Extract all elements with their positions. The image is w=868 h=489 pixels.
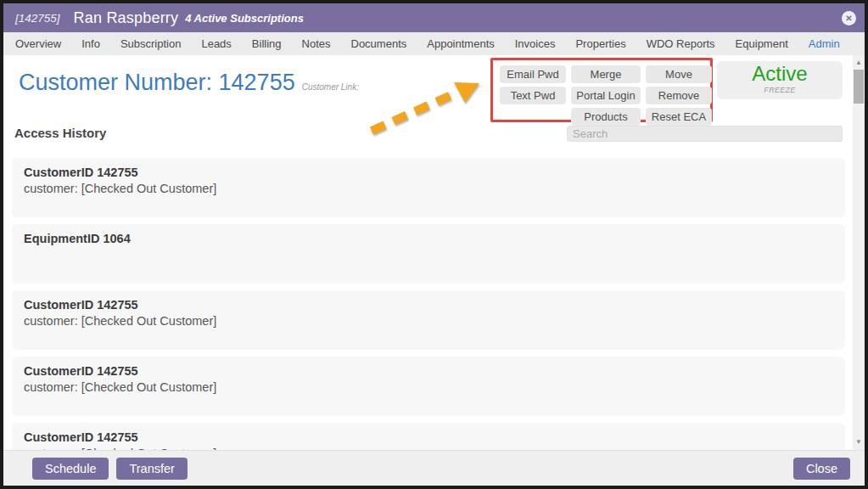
tab-billing[interactable]: Billing: [242, 37, 292, 50]
tab-documents[interactable]: Documents: [341, 37, 417, 50]
access-history-list: CustomerID 142755customer: [Checked Out …: [12, 158, 845, 450]
status-freeze-label: FREEZE: [717, 86, 843, 94]
vertical-scrollbar[interactable]: ▲ ▼: [853, 55, 865, 450]
page-title: Customer Number: 142755Customer Link:: [19, 70, 359, 96]
access-history-row[interactable]: CustomerID 142755customer: [Checked Out …: [12, 423, 845, 450]
annotation-arrow-icon: [360, 76, 496, 138]
tab-bar: OverviewInfoSubscriptionLeadsBillingNote…: [3, 32, 865, 55]
history-row-subtitle: customer: [Checked Out Customer]: [24, 314, 833, 328]
tab-overview[interactable]: Overview: [5, 37, 71, 50]
text-pwd-button[interactable]: Text Pwd: [500, 87, 566, 104]
history-row-title: EquipmentID 1064: [24, 232, 833, 245]
access-history-row[interactable]: EquipmentID 1064: [12, 224, 845, 284]
admin-actions-panel: Email PwdMergeMoveText PwdPortal LoginRe…: [490, 58, 713, 122]
email-pwd-button[interactable]: Email Pwd: [500, 65, 566, 83]
tab-admin[interactable]: Admin: [798, 37, 850, 50]
history-row-title: CustomerID 142755: [24, 430, 833, 444]
tab-leads[interactable]: Leads: [191, 37, 241, 50]
customer-number-title: Customer Number: 142755: [19, 70, 295, 95]
section-heading-access-history: Access History: [14, 126, 106, 140]
history-row-subtitle: customer: [Checked Out Customer]: [24, 182, 833, 195]
status-active-label: Active: [717, 63, 843, 85]
tab-info[interactable]: Info: [71, 37, 110, 50]
customer-link-label: Customer Link:: [302, 82, 359, 92]
access-history-row[interactable]: CustomerID 142755customer: [Checked Out …: [12, 158, 845, 217]
scroll-up-icon[interactable]: ▲: [853, 57, 865, 69]
footer-bar: Schedule Transfer Close: [3, 450, 865, 486]
history-row-subtitle: customer: [Checked Out Customer]: [24, 380, 833, 394]
reset-eca-button[interactable]: Reset ECA: [646, 108, 712, 126]
move-button[interactable]: Move: [646, 65, 712, 83]
window-close-icon[interactable]: ✕: [842, 11, 856, 25]
tab-wdo-reports[interactable]: WDO Reports: [636, 37, 725, 50]
history-row-title: CustomerID 142755: [24, 364, 833, 378]
tab-subscription[interactable]: Subscription: [110, 37, 192, 50]
subscriptions-badge: 4 Active Subscriptions: [185, 12, 304, 25]
titlebar: [142755] Ran Raspberry 4 Active Subscrip…: [3, 3, 865, 32]
remove-button[interactable]: Remove: [646, 87, 712, 104]
customer-name: Ran Raspberry: [74, 9, 179, 27]
schedule-button[interactable]: Schedule: [32, 458, 109, 480]
content-area: Customer Number: 142755Customer Link: Em…: [3, 55, 865, 450]
portal-login-button[interactable]: Portal Login: [571, 87, 641, 104]
tab-equipment[interactable]: Equipment: [725, 37, 798, 50]
merge-button[interactable]: Merge: [571, 65, 641, 83]
tab-appointments[interactable]: Appointments: [417, 37, 505, 50]
history-row-title: CustomerID 142755: [24, 166, 833, 179]
products-button[interactable]: Products: [571, 108, 641, 126]
customer-id-bracket: [142755]: [15, 12, 60, 25]
tab-notes[interactable]: Notes: [292, 37, 341, 50]
customer-window: [142755] Ran Raspberry 4 Active Subscrip…: [0, 0, 868, 489]
search-input[interactable]: [567, 126, 843, 142]
transfer-button[interactable]: Transfer: [116, 458, 187, 480]
access-history-row[interactable]: CustomerID 142755customer: [Checked Out …: [12, 357, 845, 416]
tab-invoices[interactable]: Invoices: [505, 37, 566, 50]
scroll-down-icon[interactable]: ▼: [853, 436, 865, 448]
access-history-row[interactable]: CustomerID 142755customer: [Checked Out …: [12, 290, 845, 350]
history-row-title: CustomerID 142755: [24, 298, 833, 312]
scrollbar-thumb[interactable]: [854, 70, 864, 104]
status-panel: Active FREEZE: [717, 61, 843, 99]
tab-properties[interactable]: Properties: [565, 37, 636, 50]
close-button[interactable]: Close: [793, 458, 850, 480]
